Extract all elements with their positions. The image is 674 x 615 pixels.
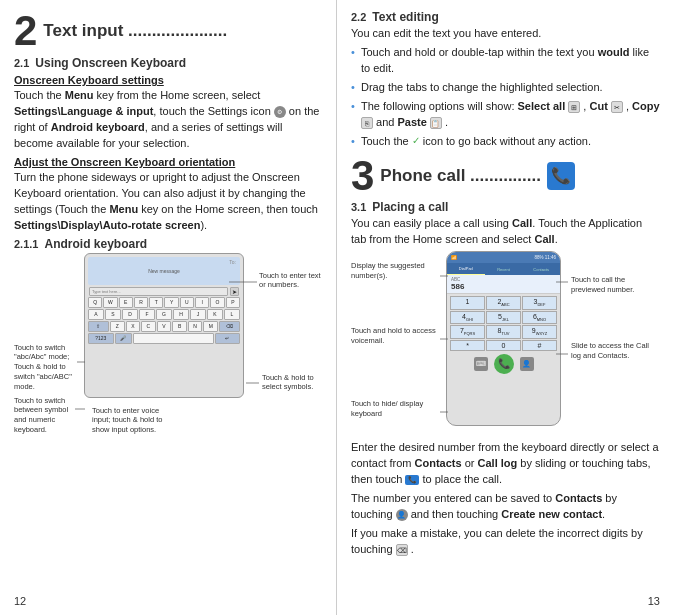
dialpad-1: 1 — [450, 296, 485, 309]
callout-switch-abc-line — [77, 357, 87, 367]
page-num-right: 13 — [648, 595, 660, 607]
section2-header: 2 Text input ..................... — [14, 10, 322, 52]
kbd-row-bottom: ?123 🎤 ↵ — [88, 333, 240, 344]
kbd-b: B — [172, 321, 187, 332]
cut-icon: ✂ — [611, 101, 623, 113]
annotation-line-slide-call — [556, 351, 570, 357]
dialpad-9: 9WXYZ — [522, 325, 557, 338]
kbd-o: O — [210, 297, 224, 308]
kbd-j: J — [190, 309, 206, 320]
annotation-hide-keyboard: Touch to hide/ display keyboard — [351, 399, 439, 419]
bullet-1: Touch and hold or double-tap within the … — [351, 45, 660, 77]
section2-number: 2 — [14, 10, 37, 52]
kbd-p: P — [226, 297, 240, 308]
section2-title: Text input ..................... — [43, 21, 227, 41]
person-icon: 👤 — [396, 509, 408, 521]
adjust-text: Turn the phone sideways or upright to ad… — [14, 170, 322, 234]
kbd-k: K — [207, 309, 223, 320]
annotation-line-voicemail — [440, 336, 450, 342]
text-editing-bullets: Touch and hold or double-tap within the … — [351, 45, 660, 150]
kbd-mic: 🎤 — [115, 333, 133, 344]
subsection31-number: 3.1 — [351, 201, 366, 213]
phone-diagram: 📶 88% 11:46 DialPad Recent Contacts ABC … — [351, 251, 661, 436]
adjust-label: Adjust the Onscreen Keyboard orientation — [14, 156, 322, 168]
phone-call-btn: 📞 — [494, 354, 514, 374]
dialpad-0: 0 — [486, 340, 521, 351]
annotation-voicemail: Touch and hold to access voicemail. — [351, 326, 439, 346]
annotation-line-touch-call — [556, 279, 570, 285]
kbd-w: W — [103, 297, 117, 308]
kbd-d: D — [122, 309, 138, 320]
kbd-i: I — [195, 297, 209, 308]
kbd-u: U — [180, 297, 194, 308]
kbd-text-input: Type text here... — [89, 287, 228, 296]
kbd-n: N — [188, 321, 203, 332]
phone-device: 📶 88% 11:46 DialPad Recent Contacts ABC … — [446, 251, 561, 426]
dialpad-star: * — [450, 340, 485, 351]
keyboard-diagram: New message To: Type text here... ➤ Q W … — [14, 253, 324, 428]
subsection21-title: Using Onscreen Keyboard — [35, 56, 186, 70]
kbd-r: R — [134, 297, 148, 308]
kbd-row-asdf: A S D F G H J K L — [88, 309, 240, 320]
phone-dialpad: 1 2ABC 3DEF 4GHI 5JKL 6MNO 7PQRS 8TUV 9W… — [450, 296, 557, 350]
back-icon: ✓ — [412, 134, 420, 149]
kbd-l: L — [224, 309, 240, 320]
onscreen-settings-text: Touch the Menu key from the Home screen,… — [14, 88, 322, 152]
dialpad-4: 4GHI — [450, 311, 485, 324]
placing-call-text: You can easily place a call using Call. … — [351, 216, 660, 248]
phone-keyboard-toggle: ⌨ — [474, 357, 488, 371]
kbd-v: V — [157, 321, 172, 332]
annotation-slide-call: Slide to access the Call log and Contact… — [571, 341, 661, 361]
annotation-line-hide-keyboard — [440, 409, 450, 415]
callout-enter-line — [229, 277, 259, 287]
dialpad-5: 5JKL — [486, 311, 521, 324]
kbd-y: Y — [164, 297, 178, 308]
kbd-a: A — [88, 309, 104, 320]
kbd-row-qwerty: Q W E R T Y U I O P — [88, 297, 240, 308]
phone-tab-bar: DialPad Recent Contacts — [447, 263, 560, 275]
subsection22-number: 2.2 — [351, 11, 366, 23]
dialpad-7: 7PQRS — [450, 325, 485, 338]
kbd-g: G — [156, 309, 172, 320]
bullet-3: The following options will show: Select … — [351, 99, 660, 131]
kbd-space — [133, 333, 213, 344]
section3-title: Phone call ............... — [380, 166, 541, 186]
kbd-m: M — [203, 321, 218, 332]
kbd-send-btn: ➤ — [230, 287, 239, 296]
dialpad-3: 3DEF — [522, 296, 557, 309]
select-all-icon: ⊞ — [568, 101, 580, 113]
dialpad-8: 8TUV — [486, 325, 521, 338]
callout-voice: Touch to enter voice input; touch & hold… — [92, 406, 167, 435]
phone-tab-contacts: Contacts — [522, 263, 560, 275]
section3-number: 3 — [351, 155, 374, 197]
subsection211-header: 2.1.1 Android keyboard — [14, 237, 322, 251]
kbd-x: X — [126, 321, 141, 332]
subsection31-header: 3.1 Placing a call — [351, 200, 660, 214]
phone-bottom-row: ⌨ 📞 👤 — [451, 354, 556, 374]
kbd-h: H — [173, 309, 189, 320]
page-num-left: 12 — [14, 595, 26, 607]
kbd-s: S — [105, 309, 121, 320]
mistake-text: If you make a mistake, you can delete th… — [351, 526, 660, 558]
keyboard-device: New message To: Type text here... ➤ Q W … — [84, 253, 244, 398]
subsection211-number: 2.1.1 — [14, 238, 38, 250]
kbd-q: Q — [88, 297, 102, 308]
phone-icon: 📞 — [547, 162, 575, 190]
dialpad-6: 6MNO — [522, 311, 557, 324]
phone-tab-dialpad: DialPad — [447, 263, 485, 275]
kbd-c: C — [141, 321, 156, 332]
copy-icon: ⎘ — [361, 117, 373, 129]
callout-symbol: Touch to switch between symbol and numer… — [14, 396, 74, 435]
kbd-e: E — [119, 297, 133, 308]
section3-header: 3 Phone call ............... 📞 — [351, 155, 660, 197]
phone-status-bar: 📶 88% 11:46 — [447, 252, 560, 263]
text-editing-intro: You can edit the text you have entered. — [351, 26, 660, 42]
kbd-t: T — [149, 297, 163, 308]
small-phone-icon: 📞 — [405, 475, 419, 485]
annotation-touch-call: Touch to call the previewed number. — [571, 275, 661, 295]
page: 2 Text input ..................... 2.1 U… — [0, 0, 674, 615]
callout-hold-symbols: Touch & hold to select symbols. — [262, 373, 324, 393]
right-column: 2.2 Text editing You can edit the text y… — [337, 0, 674, 615]
kbd-toolbar: Type text here... ➤ — [89, 287, 239, 296]
callout-symbol-line — [75, 404, 87, 414]
